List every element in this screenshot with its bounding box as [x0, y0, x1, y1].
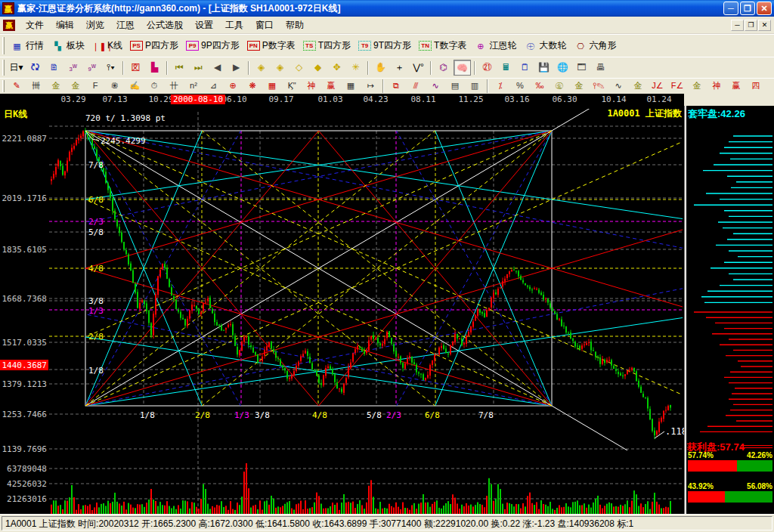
tb2-jump-end-button[interactable]: ⏭	[190, 60, 207, 76]
tb2-web-export-button[interactable]: 🌐	[554, 60, 571, 76]
tb3-n-squared-button[interactable]: n²	[184, 79, 203, 93]
tb2-molecule-tool-button[interactable]: ⌬	[435, 60, 452, 76]
restore-button[interactable]: ❐	[740, 2, 755, 15]
tb2-pattern-overlay-button[interactable]: 図	[127, 60, 144, 76]
tb2-calendar-21-button[interactable]: ㉑	[478, 60, 496, 76]
tb3-width-arrow-button[interactable]: ↦	[361, 79, 379, 93]
hexagon-icon: ⎔	[574, 41, 587, 51]
tb3-shen-lines-button[interactable]: 神	[707, 79, 726, 93]
svg-text:63789048: 63789048	[7, 464, 47, 474]
tb3-wave-window-button[interactable]: ∿	[609, 79, 627, 93]
tb1-t-square-button[interactable]: TST四方形	[299, 38, 354, 54]
tb3-grid-123-button[interactable]: ▦	[342, 79, 360, 93]
tb2-angle-mark-button[interactable]: ⋁°	[410, 60, 427, 76]
menu-item-gann[interactable]: 江恩	[110, 17, 141, 32]
tb2-wave-3-button[interactable]: ₃ʷ	[64, 60, 82, 76]
tb1-big-number-wheel-button[interactable]: ㊉大数轮	[520, 38, 570, 54]
tb2-next-bar-button[interactable]: ▶	[228, 60, 245, 76]
tb3-pct-line-button[interactable]: ⁒	[491, 79, 509, 93]
tb3-win-lines-button[interactable]: 赢	[727, 79, 745, 93]
tb3-permille-line-button[interactable]: ‰	[531, 79, 549, 93]
tb3-pen-tool-button[interactable]: ✍	[125, 79, 144, 93]
tb3-angle-tool-button[interactable]: ⊿	[204, 79, 222, 93]
menu-item-tools[interactable]: 工具	[219, 17, 249, 32]
menu-item-file[interactable]: 文件	[20, 17, 50, 32]
close-button[interactable]: ✕	[757, 2, 772, 15]
tb2-hand-tool-button[interactable]: ✋	[372, 60, 389, 76]
tb1-p-square-button[interactable]: PSP四方形	[126, 38, 182, 54]
tb2-zigzag-tool-button[interactable]: 🗘	[26, 60, 44, 76]
tb2-thin-candle-button[interactable]: ⫯▾	[102, 60, 119, 76]
tb2-notebook-button[interactable]: 🗒	[516, 60, 534, 76]
tb1-p-number-table-button[interactable]: PNP数字表	[243, 38, 299, 54]
tb2-diamond-right-button[interactable]: ◈	[271, 60, 289, 76]
tb2-printer-button[interactable]: 🖶	[592, 60, 609, 76]
mdi-restore-button[interactable]: ❐	[745, 20, 757, 31]
tb3-shen-ruler-button[interactable]: 神	[302, 79, 320, 93]
tb3-zigzag-2-button[interactable]: ∿	[426, 79, 444, 93]
tb2-diamond-expand8-button[interactable]: ✳	[347, 60, 364, 76]
tb3-gold-lines-button[interactable]: 金	[570, 79, 588, 93]
tb2-diamond-expand4-button[interactable]: ✥	[328, 60, 345, 76]
tb2-period-selector-button[interactable]: 日▾	[8, 60, 25, 76]
tb2-save-button[interactable]: 💾	[535, 60, 553, 76]
tb3-win-ruler-button[interactable]: 赢	[322, 79, 340, 93]
tb1-kline-button[interactable]: ❘❚❘K线	[88, 38, 126, 54]
tb3-percent-button[interactable]: %	[511, 79, 529, 93]
tb2-color-histogram-button[interactable]: ▙	[146, 60, 163, 76]
menu-bar: 赢 文件编辑浏览江恩公式选股设置工具窗口帮助 ─❐✕	[0, 17, 774, 34]
tb1-sectors-button[interactable]: ▚板块	[48, 38, 88, 54]
minimize-button[interactable]: ─	[723, 2, 738, 15]
menu-item-settings[interactable]: 设置	[189, 17, 219, 32]
tb2-diamond-shrink-button[interactable]: ◇	[290, 60, 308, 76]
tb3-time-circle-button[interactable]: ⏱	[145, 79, 163, 93]
menu-item-formula-stock-pick[interactable]: 公式选股	[141, 17, 189, 32]
menu-item-window[interactable]: 窗口	[249, 17, 280, 32]
tb3-gann-compass-button[interactable]: ⊕	[224, 79, 242, 93]
tb3-spiral-button[interactable]: ֍	[106, 79, 124, 93]
tb3-brush-button[interactable]: ✎	[8, 79, 26, 93]
tb3-grid-a-button[interactable]: ▤	[446, 79, 464, 93]
tb3-candle-pen-button[interactable]: ⫯✎	[590, 79, 608, 93]
tb3-star-burst-button[interactable]: ❋	[243, 79, 262, 93]
tb3-gold-angle-button[interactable]: 金	[688, 79, 706, 93]
tb3-box-select-button[interactable]: ⧉	[387, 79, 405, 93]
tb2-prev-bar-button[interactable]: ◀	[209, 60, 226, 76]
tb1-hexagon-button[interactable]: ⎔六角形	[570, 38, 620, 54]
tb1-t-number-table-button[interactable]: TNT数字表	[415, 38, 470, 54]
tb3-ray-fan-button[interactable]: ⫻	[407, 79, 425, 93]
tb3-grid-b-button[interactable]: ▥	[466, 79, 484, 93]
tb1-9t-square-button[interactable]: T99T四方形	[354, 38, 415, 54]
tb3-grid-target-button[interactable]: ▦	[263, 79, 281, 93]
tb3-gold-ruler-2-button[interactable]: 金	[67, 79, 85, 93]
mdi-close-button[interactable]: ✕	[758, 20, 771, 31]
tb2-jump-start-button[interactable]: ⏮	[171, 60, 188, 76]
menu-item-help[interactable]: 帮助	[280, 17, 310, 32]
tb2-diamond-expand-button[interactable]: ◆	[309, 60, 327, 76]
tb2-diamond-left-button[interactable]: ◈	[252, 60, 270, 76]
tb3-k-mark-button[interactable]: Ϗ"	[283, 79, 301, 93]
menu-item-browse[interactable]: 浏览	[80, 17, 110, 32]
kline-chart-canvas[interactable]: 2221.08872019.17161835.61051668.73681517…	[0, 106, 684, 514]
tb3-ruler-ticks-button[interactable]: 卌	[27, 79, 45, 93]
tb3-gold-ruler-1-button[interactable]: 金	[47, 79, 65, 93]
tb1-9p-square-button[interactable]: P99P四方形	[182, 38, 243, 54]
tb1-quotes-button[interactable]: ▦行情	[7, 38, 48, 54]
tb3-four-angle-button[interactable]: 四	[747, 79, 765, 93]
tb2-crosshair-tool-button[interactable]: ＋	[391, 60, 408, 76]
tb2-calculator-button[interactable]: 🖩	[497, 60, 515, 76]
tb3-gold-circle-button[interactable]: ㊎	[550, 79, 568, 93]
tb2-wave-9-button[interactable]: ₉ʷ	[83, 60, 101, 76]
menu-item-edit[interactable]: 编辑	[50, 17, 80, 32]
kline-chart[interactable]: 2221.08872019.17161835.61051668.73681517…	[0, 106, 684, 514]
tb3-gold-underline-button[interactable]: 金	[629, 79, 647, 93]
tb3-f-angle-button[interactable]: F∠	[668, 79, 686, 93]
tb2-doc-export-button[interactable]: 🗔	[573, 60, 590, 76]
tb1-gann-wheel-button[interactable]: ⊕江恩轮	[470, 38, 520, 54]
mdi-minimize-button[interactable]: ─	[731, 20, 744, 31]
tb2-info-doc-button[interactable]: 🗎	[45, 60, 63, 76]
tb3-j-angle-button[interactable]: J∠	[649, 79, 667, 93]
tb3-tick-ruler-button[interactable]: 卄	[165, 79, 183, 93]
tb2-brain-tool-button[interactable]: 🧠	[454, 60, 471, 76]
tb3-f-ruler-button[interactable]: F	[86, 79, 104, 93]
